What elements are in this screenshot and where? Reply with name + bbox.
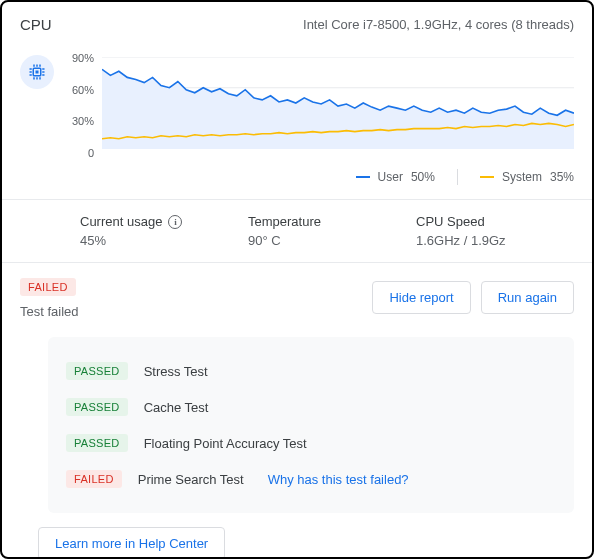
- test-item-badge: PASSED: [66, 434, 128, 452]
- legend-system-value: 35%: [550, 170, 574, 184]
- test-item-name: Stress Test: [144, 364, 208, 379]
- stat-temp-value: 90° C: [248, 233, 406, 248]
- stat-temp-label: Temperature: [248, 214, 321, 229]
- stat-usage-value: 45%: [80, 233, 238, 248]
- test-item-help-link[interactable]: Why has this test failed?: [268, 472, 409, 487]
- chart-legend: User 50% System 35%: [2, 161, 592, 199]
- test-item-badge: FAILED: [66, 470, 122, 488]
- chart-svg: [102, 57, 574, 149]
- stat-speed: CPU Speed 1.6GHz / 1.9Gz: [416, 214, 574, 248]
- legend-user: User 50%: [356, 170, 435, 184]
- overall-status-badge: FAILED: [20, 278, 76, 296]
- test-list: PASSEDStress TestPASSEDCache TestPASSEDF…: [48, 337, 574, 513]
- test-item-name: Floating Point Accuracy Test: [144, 436, 307, 451]
- legend-system-label: System: [502, 170, 542, 184]
- y-tick: 30%: [72, 115, 94, 127]
- info-icon[interactable]: i: [168, 215, 182, 229]
- learn-more-button[interactable]: Learn more in Help Center: [38, 527, 225, 559]
- stat-speed-value: 1.6GHz / 1.9Gz: [416, 233, 574, 248]
- stat-usage: Current usage i 45%: [80, 214, 238, 248]
- test-item: FAILEDPrime Search TestWhy has this test…: [66, 461, 556, 497]
- stats-row: Current usage i 45% Temperature 90° C CP…: [2, 199, 592, 262]
- test-item-badge: PASSED: [66, 362, 128, 380]
- legend-user-label: User: [378, 170, 403, 184]
- stat-temp: Temperature 90° C: [248, 214, 406, 248]
- svg-rect-1: [36, 71, 39, 74]
- cpu-spec: Intel Core i7-8500, 1.9GHz, 4 cores (8 t…: [303, 17, 574, 32]
- overall-status-text: Test failed: [20, 304, 79, 319]
- test-item: PASSEDStress Test: [66, 353, 556, 389]
- hide-report-button[interactable]: Hide report: [372, 281, 470, 314]
- stat-speed-label: CPU Speed: [416, 214, 485, 229]
- y-tick: 0: [88, 147, 94, 159]
- chart-area: 90% 60% 30% 0: [2, 43, 592, 161]
- legend-divider: [457, 169, 458, 185]
- test-section: FAILED Test failed Hide report Run again…: [2, 262, 592, 559]
- y-axis-labels: 90% 60% 30% 0: [64, 51, 98, 161]
- legend-system: System 35%: [480, 170, 574, 184]
- legend-swatch-system: [480, 176, 494, 178]
- test-item-badge: PASSED: [66, 398, 128, 416]
- test-header: FAILED Test failed Hide report Run again: [20, 277, 574, 319]
- test-item: PASSEDCache Test: [66, 389, 556, 425]
- card-title: CPU: [20, 16, 52, 33]
- usage-chart: 90% 60% 30% 0: [64, 51, 574, 161]
- test-item-name: Cache Test: [144, 400, 209, 415]
- legend-swatch-user: [356, 176, 370, 178]
- run-again-button[interactable]: Run again: [481, 281, 574, 314]
- legend-user-value: 50%: [411, 170, 435, 184]
- y-tick: 60%: [72, 84, 94, 96]
- y-tick: 90%: [72, 52, 94, 64]
- test-item: PASSEDFloating Point Accuracy Test: [66, 425, 556, 461]
- stat-usage-label: Current usage: [80, 214, 162, 229]
- test-item-name: Prime Search Test: [138, 472, 244, 487]
- cpu-icon: [20, 55, 54, 89]
- card-header: CPU Intel Core i7-8500, 1.9GHz, 4 cores …: [2, 2, 592, 43]
